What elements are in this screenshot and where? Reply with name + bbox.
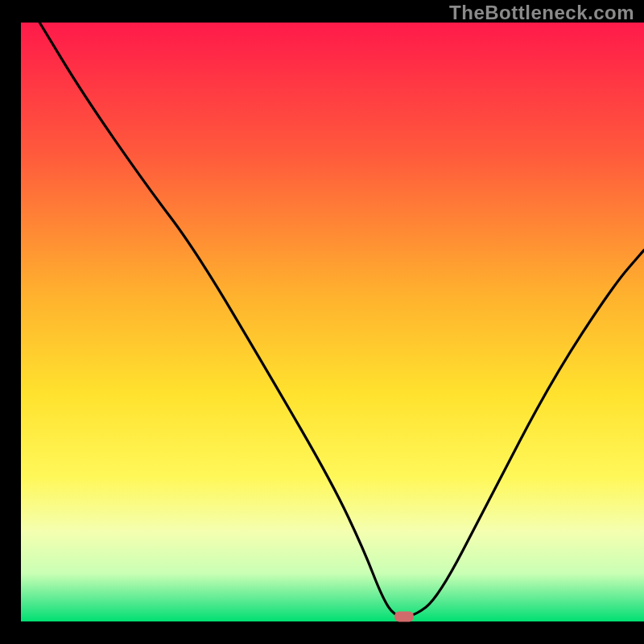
chart-gradient-background xyxy=(21,23,644,621)
bottleneck-chart xyxy=(0,0,644,644)
optimal-point-marker xyxy=(394,612,414,622)
chart-frame: { "watermark": "TheBottleneck.com", "cha… xyxy=(0,0,644,644)
watermark-text: TheBottleneck.com xyxy=(449,2,634,24)
